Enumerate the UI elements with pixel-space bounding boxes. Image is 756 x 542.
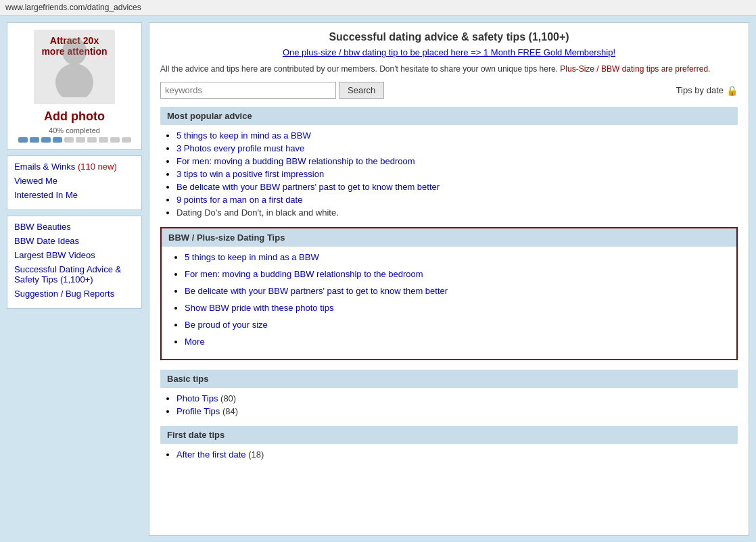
dot-5 bbox=[64, 137, 74, 143]
progress-text: 40% completed bbox=[14, 126, 135, 134]
dot-10 bbox=[122, 137, 131, 143]
search-input[interactable] bbox=[160, 82, 336, 99]
bbw-beauties-link[interactable]: BBW Beauties bbox=[14, 222, 135, 232]
dot-2 bbox=[30, 137, 39, 143]
bbw-section-header: BBW / Plus-size Dating Tips bbox=[162, 228, 736, 247]
list-item: Be proud of your size bbox=[185, 320, 730, 330]
dating-advice-link[interactable]: Successful Dating Advice & Safety Tips (… bbox=[14, 264, 135, 285]
largest-bbw-videos-link[interactable]: Largest BBW Videos bbox=[14, 250, 135, 260]
search-button[interactable]: Search bbox=[339, 82, 384, 99]
viewed-me-link[interactable]: Viewed Me bbox=[14, 176, 135, 186]
list-item: Show BBW pride with these photo tips bbox=[185, 303, 730, 313]
bbw-section-content: 5 things to keep in mind as a BBW For me… bbox=[162, 247, 736, 359]
silhouette-icon bbox=[47, 36, 101, 97]
dot-6 bbox=[76, 137, 85, 143]
promo-link[interactable]: One plus-size / bbw dating tip to be pla… bbox=[283, 47, 615, 57]
svg-point-0 bbox=[62, 38, 87, 65]
list-item: 3 tips to win a positive first impressio… bbox=[176, 169, 738, 179]
dot-7 bbox=[87, 137, 97, 143]
list-item: More bbox=[185, 337, 730, 347]
profile-image-box: Attract 20x more attention bbox=[34, 30, 115, 104]
list-item: 3 Photos every profile must have bbox=[176, 143, 738, 153]
first-date-header: First date tips bbox=[160, 426, 738, 444]
sidebar: Attract 20x more attention Add photo 40%… bbox=[7, 22, 142, 536]
basic-tips-list: Photo Tips (80) Profile Tips (84) bbox=[160, 393, 738, 416]
dot-4 bbox=[53, 137, 62, 143]
basic-tips-section: Basic tips Photo Tips (80) Profile Tips … bbox=[160, 370, 738, 416]
list-item: Be delicate with your BBW partners' past… bbox=[185, 286, 730, 296]
bbw-section: BBW / Plus-size Dating Tips 5 things to … bbox=[160, 227, 738, 360]
list-item: For men: moving a budding BBW relationsh… bbox=[185, 269, 730, 279]
lock-icon: 🔒 bbox=[726, 85, 738, 96]
list-item: Photo Tips (80) bbox=[176, 393, 738, 403]
progress-dots bbox=[14, 137, 135, 143]
main-content: Successful dating advice & safety tips (… bbox=[149, 22, 749, 536]
first-date-list: After the first date (18) bbox=[160, 449, 738, 460]
list-item: 9 points for a man on a first date bbox=[176, 195, 738, 205]
basic-tips-header: Basic tips bbox=[160, 370, 738, 388]
list-item: Be delicate with your BBW partners' past… bbox=[176, 182, 738, 192]
url-display: www.largefriends.com/dating_advices bbox=[5, 3, 141, 12]
interested-in-me-link[interactable]: Interested In Me bbox=[14, 190, 135, 200]
list-item: Dating Do's and Don't, in black and whit… bbox=[176, 207, 738, 218]
bbw-list: 5 things to keep in mind as a BBW For me… bbox=[168, 252, 730, 347]
dot-8 bbox=[99, 137, 108, 143]
suggestion-bug-link[interactable]: Suggestion / Bug Reports bbox=[14, 289, 135, 299]
list-item: For men: moving a budding BBW relationsh… bbox=[176, 156, 738, 166]
svg-point-1 bbox=[55, 64, 93, 97]
intro-text: All the advice and tips here are contrib… bbox=[160, 63, 738, 75]
dot-3 bbox=[41, 137, 51, 143]
list-item: 5 things to keep in mind as a BBW bbox=[176, 130, 738, 141]
most-popular-list: 5 things to keep in mind as a BBW 3 Phot… bbox=[160, 130, 738, 218]
intro-link[interactable]: Plus-Size / BBW dating tips are preferre… bbox=[560, 64, 710, 74]
list-item: Profile Tips (84) bbox=[176, 406, 738, 416]
links-box: BBW Beauties BBW Date Ideas Largest BBW … bbox=[7, 216, 142, 309]
bbw-date-ideas-link[interactable]: BBW Date Ideas bbox=[14, 236, 135, 246]
dot-1 bbox=[18, 137, 28, 143]
list-item: 5 things to keep in mind as a BBW bbox=[185, 252, 730, 262]
browser-bar: www.largefriends.com/dating_advices bbox=[0, 0, 756, 16]
first-date-section: First date tips After the first date (18… bbox=[160, 426, 738, 460]
add-photo-label[interactable]: Add photo bbox=[14, 109, 135, 124]
nav-box: Emails & Winks (110 new) Viewed Me Inter… bbox=[7, 155, 142, 210]
promo-section: One plus-size / bbw dating tip to be pla… bbox=[160, 47, 738, 57]
dot-9 bbox=[110, 137, 120, 143]
emails-winks-link[interactable]: Emails & Winks (110 new) bbox=[14, 162, 135, 172]
search-row: Search Tips by date 🔒 bbox=[160, 82, 738, 99]
profile-card: Attract 20x more attention Add photo 40%… bbox=[7, 22, 142, 150]
page-title: Successful dating advice & safety tips (… bbox=[160, 31, 738, 43]
search-left: Search bbox=[160, 82, 384, 99]
list-item: After the first date (18) bbox=[176, 449, 738, 460]
most-popular-header: Most popular advice bbox=[160, 107, 738, 125]
tips-by-date: Tips by date 🔒 bbox=[676, 85, 738, 96]
